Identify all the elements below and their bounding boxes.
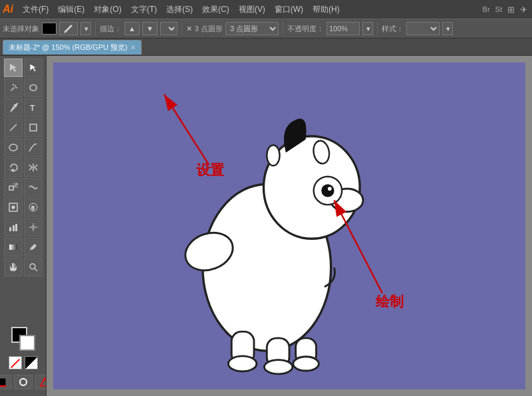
eyedropper-tool[interactable] [24, 238, 43, 256]
free-transform-tool[interactable] [4, 198, 23, 217]
pencil-tool[interactable] [24, 138, 43, 157]
no-selection-label: 未选择对象 [3, 24, 39, 34]
opacity-label: 不透明度： [287, 24, 324, 34]
top-toolbar: 未选择对象 ▾ 描边： ▲ ▼ ✕ 3 点圆形 3 点圆形 不透明度： ▾ 样式… [0, 19, 532, 39]
menu-window[interactable]: 窗口(W) [271, 3, 307, 17]
reflect-tool[interactable] [24, 158, 43, 177]
swap-colors-btn[interactable] [25, 356, 38, 369]
points-select[interactable]: 3 点圆形 [225, 22, 279, 35]
pen-tool[interactable] [4, 98, 23, 117]
svg-point-33 [321, 184, 334, 197]
svg-point-40 [264, 360, 292, 374]
menu-file[interactable]: 文件(F) [19, 3, 53, 17]
stroke-color-btn[interactable] [14, 375, 33, 389]
fill-swatch[interactable] [42, 23, 57, 35]
document-tab[interactable]: 未标题-2* @ 150% (RGB/GPU 预览) ✕ [3, 40, 142, 54]
gradient-tool[interactable] [4, 238, 23, 256]
stroke-select[interactable] [160, 22, 178, 35]
swatch-pair [11, 327, 35, 351]
lasso-tool[interactable] [24, 78, 43, 97]
tab-close-btn[interactable]: ✕ [130, 44, 136, 51]
stock-icon[interactable]: St [495, 5, 502, 13]
warp-tool[interactable] [24, 178, 43, 197]
stroke-label: 描边： [100, 24, 122, 34]
menu-view[interactable]: 视图(V) [235, 3, 269, 17]
tabbar: 未标题-2* @ 150% (RGB/GPU 预览) ✕ [0, 39, 532, 56]
line-tool[interactable] [4, 118, 23, 137]
svg-line-2 [15, 85, 16, 86]
svg-rect-25 [0, 378, 6, 386]
tool-row-11 [4, 258, 43, 276]
menubar: Ai 文件(F) 编辑(E) 对象(O) 文字(T) 选择(S) 效果(C) 视… [0, 0, 532, 19]
svg-point-23 [30, 264, 35, 269]
fill-color-btn[interactable] [0, 375, 11, 389]
brush-tool-btn[interactable] [59, 22, 78, 35]
canvas-background: 设置 绘制 [53, 62, 525, 389]
ellipse-tool[interactable] [4, 138, 23, 157]
scale-tool[interactable] [4, 178, 23, 197]
svg-rect-17 [13, 225, 15, 231]
svg-point-34 [328, 187, 332, 191]
type-tool[interactable]: T [24, 98, 43, 117]
none-swatch[interactable] [9, 356, 22, 369]
stroke-down[interactable]: ▼ [142, 22, 158, 35]
select-tool[interactable] [4, 58, 23, 77]
menu-select[interactable]: 选择(S) [162, 3, 197, 17]
svg-point-39 [228, 356, 256, 371]
x-label: ✕ [186, 25, 192, 33]
column-graph-tool[interactable] [4, 218, 23, 237]
hand-tool[interactable] [4, 258, 23, 276]
opacity-input[interactable] [327, 22, 360, 35]
style-dropdown[interactable]: ▾ [442, 22, 453, 35]
svg-point-31 [267, 145, 279, 165]
menu-text[interactable]: 文字(T) [127, 3, 161, 17]
svg-line-46 [334, 200, 382, 293]
menu-effect[interactable]: 效果(C) [198, 3, 233, 17]
zoom-tool[interactable] [24, 258, 43, 276]
magic-wand-tool[interactable] [4, 78, 23, 97]
apps-icon[interactable]: ⊞ [507, 5, 515, 15]
menu-help[interactable]: 帮助(H) [309, 3, 344, 17]
svg-rect-6 [30, 124, 37, 131]
tool-row-8: 8 [4, 198, 43, 217]
menu-edit[interactable]: 编辑(E) [54, 3, 88, 17]
send-icon[interactable]: ✈ [520, 5, 527, 15]
background-swatch[interactable] [19, 335, 35, 351]
svg-text:T: T [30, 104, 35, 113]
canvas-area[interactable]: 设置 绘制 [47, 56, 532, 396]
svg-point-7 [9, 144, 17, 151]
tool-row-9 [4, 218, 43, 237]
svg-point-13 [12, 206, 15, 209]
svg-rect-22 [9, 245, 17, 250]
mesh-tool[interactable] [24, 218, 43, 237]
svg-rect-16 [9, 227, 11, 231]
svg-line-24 [35, 268, 37, 271]
canvas-drawing: 设置 绘制 [53, 62, 525, 389]
svg-line-5 [10, 124, 17, 131]
svg-point-41 [293, 357, 319, 371]
svg-text:绘制: 绘制 [375, 294, 404, 309]
tool-row-6 [4, 158, 43, 177]
svg-point-26 [20, 379, 27, 385]
appearance-btn[interactable] [35, 375, 47, 389]
bridge-icon[interactable]: Br [483, 5, 490, 13]
tool-row-7 [4, 178, 43, 197]
color-swatches [0, 323, 47, 393]
svg-rect-18 [15, 224, 17, 231]
style-label: 样式： [382, 24, 404, 34]
tool-row-4 [4, 118, 43, 137]
svg-text:设置: 设置 [196, 162, 225, 177]
stroke-up[interactable]: ▲ [124, 22, 140, 35]
rotate-tool[interactable] [4, 158, 23, 177]
svg-text:8: 8 [31, 205, 35, 211]
svg-line-42 [164, 94, 209, 165]
rect-tool[interactable] [24, 118, 43, 137]
toolbox: T [0, 56, 47, 396]
style-select[interactable] [406, 22, 440, 35]
direct-select-tool[interactable] [24, 58, 43, 77]
tool-row-1 [4, 58, 43, 77]
dropdown-btn[interactable]: ▾ [80, 22, 91, 35]
opacity-dropdown[interactable]: ▾ [362, 22, 373, 35]
symbol-tool[interactable]: 8 [24, 198, 43, 217]
menu-object[interactable]: 对象(O) [90, 3, 125, 17]
